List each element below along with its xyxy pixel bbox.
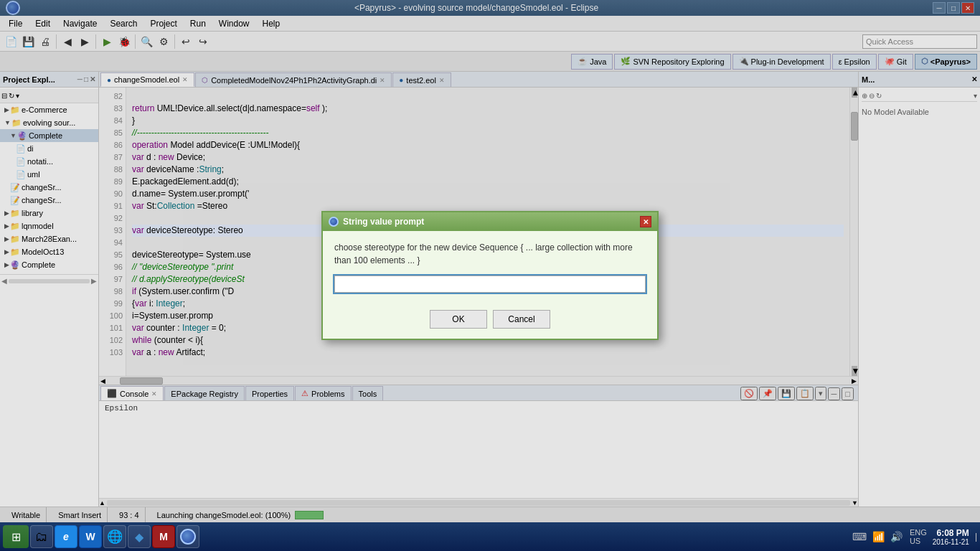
dialog-buttons: OK Cancel [334,310,646,329]
dialog-icon [329,217,339,227]
dialog-message: choose stereotype for the new device Seq… [334,241,646,267]
dialog-cancel-button[interactable]: Cancel [493,310,550,329]
dialog-close-button[interactable]: ✕ [640,216,651,227]
taskbar: ⊞ 🗂 e W 🌐 ◆ M ⌨ 📶 🔊 ENGUS 6:08 PM 2016-1… [0,522,980,551]
dialog-ok-button[interactable]: OK [430,310,487,329]
word-icon: W [85,531,95,542]
chrome-icon: 🌐 [107,529,123,545]
ie-icon: e [63,531,69,542]
dialog-overlay: String value prompt ✕ choose stereotype … [0,0,980,551]
taskbar-vpn[interactable]: ◆ [128,525,151,548]
taskbar-clock[interactable]: 6:08 PM 2016-11-21 [933,528,972,546]
windows-icon: ⊞ [11,530,21,544]
dialog-body: choose stereotype for the new device Seq… [323,231,657,339]
vpn-icon: ◆ [135,530,143,544]
start-button[interactable]: ⊞ [3,525,29,548]
dialog-input-field[interactable] [334,276,646,293]
taskbar-eclipse[interactable] [176,525,199,548]
dialog-title-bar: String value prompt ✕ [323,212,657,231]
taskbar-ie[interactable]: e [55,525,77,548]
volume-icon[interactable]: 🔊 [889,531,904,542]
taskbar-word[interactable]: W [79,525,102,548]
locale-indicator[interactable]: ENGUS [907,528,930,545]
taskbar-chrome[interactable]: 🌐 [103,525,126,548]
mendeley-icon: M [159,531,168,542]
network-icon[interactable]: 📶 [871,531,886,542]
eclipse-taskbar-icon [180,529,196,545]
taskbar-file-explorer[interactable]: 🗂 [30,525,53,548]
show-desktop-btn[interactable]: | [975,532,977,542]
taskbar-mendeley[interactable]: M [152,525,175,548]
taskbar-right: ⌨ 📶 🔊 ENGUS 6:08 PM 2016-11-21 | [851,528,977,546]
keyboard-icon[interactable]: ⌨ [851,531,868,542]
string-value-prompt-dialog: String value prompt ✕ choose stereotype … [321,211,659,340]
file-explorer-icon: 🗂 [35,529,48,545]
dialog-title: String value prompt [343,217,424,227]
